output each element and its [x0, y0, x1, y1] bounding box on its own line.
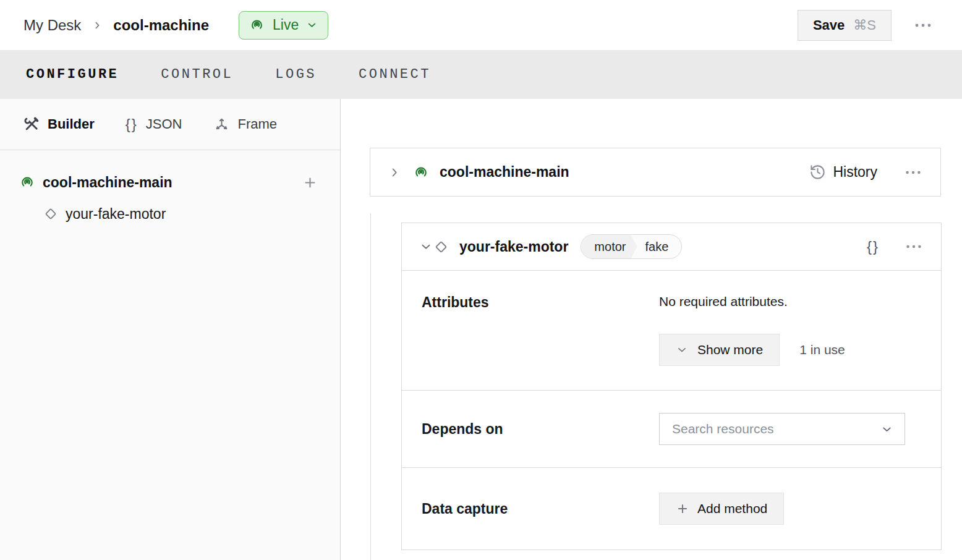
machine-card-expand-button[interactable] — [388, 166, 401, 179]
chevron-down-icon — [306, 19, 318, 31]
plus-icon — [676, 502, 689, 515]
ellipsis-icon — [903, 165, 923, 180]
chevron-down-icon — [419, 240, 433, 253]
topbar-actions: Save ⌘S — [798, 10, 934, 41]
breadcrumb-parent-link[interactable]: My Desk — [23, 17, 81, 34]
config-main-panel: cool-machine-main History — [341, 99, 962, 560]
tree-guide-line — [370, 213, 371, 560]
tree-machine-label: cool-machine-main — [43, 174, 172, 191]
braces-icon: {} — [867, 238, 879, 255]
view-tab-frame[interactable]: Frame — [213, 116, 278, 133]
live-broadcast-icon — [249, 17, 265, 33]
tree-item-component[interactable]: your-fake-motor — [0, 198, 340, 229]
tab-connect[interactable]: CONNECT — [357, 63, 432, 86]
add-resource-button[interactable] — [302, 175, 318, 190]
chevron-right-icon — [388, 166, 401, 179]
component-overflow-menu-button[interactable] — [904, 239, 924, 254]
tab-configure[interactable]: CONFIGURE — [25, 63, 120, 86]
top-bar: My Desk cool-machine Live Save ⌘ — [0, 0, 962, 50]
tab-logs[interactable]: LOGS — [274, 63, 318, 86]
breadcrumb-current: cool-machine — [113, 17, 209, 34]
tree-component-label: your-fake-motor — [66, 206, 166, 223]
config-sidebar: Builder {} JSON Frame — [0, 99, 341, 560]
tree-item-machine-part[interactable]: cool-machine-main — [0, 166, 340, 198]
search-resources-input[interactable] — [672, 422, 880, 436]
content-area: Builder {} JSON Frame — [0, 99, 962, 560]
ellipsis-icon — [913, 18, 934, 33]
resource-tree: cool-machine-main your-fake-motor — [0, 150, 340, 229]
attributes-in-use-count: 1 in use — [799, 342, 845, 357]
history-label: History — [833, 164, 877, 180]
depends-on-section: Depends on — [402, 390, 941, 467]
view-tab-builder[interactable]: Builder — [23, 116, 95, 132]
chevron-down-icon — [676, 344, 688, 356]
show-more-button[interactable]: Show more — [659, 334, 780, 366]
breadcrumb-chevron-icon — [91, 19, 103, 32]
ellipsis-icon — [904, 239, 924, 254]
topbar-overflow-menu-button[interactable] — [913, 18, 934, 33]
save-label: Save — [813, 17, 845, 33]
machine-card-overflow-menu-button[interactable] — [903, 165, 923, 180]
add-method-label: Add method — [697, 501, 767, 516]
data-capture-label: Data capture — [422, 501, 659, 517]
main-nav-tabs: CONFIGURE CONTROL LOGS CONNECT — [0, 50, 962, 99]
braces-icon: {} — [126, 116, 138, 133]
add-method-button[interactable]: Add method — [659, 493, 784, 525]
attributes-empty-message: No required attributes. — [659, 294, 924, 309]
frame-axes-icon — [213, 116, 230, 133]
machine-broadcast-icon — [19, 174, 36, 191]
tab-control[interactable]: CONTROL — [160, 63, 234, 86]
attributes-section: Attributes No required attributes. Show … — [402, 270, 941, 390]
plus-icon — [302, 175, 318, 190]
machine-broadcast-icon — [412, 164, 430, 181]
diamond-icon — [43, 206, 59, 222]
save-button[interactable]: Save ⌘S — [798, 10, 892, 41]
view-tab-json[interactable]: {} JSON — [126, 116, 182, 133]
component-card: your-fake-motor motor fake {} — [401, 223, 942, 550]
machine-card-title: cool-machine-main — [440, 164, 569, 180]
view-json-button[interactable]: {} — [867, 238, 879, 255]
attributes-label: Attributes — [422, 294, 659, 390]
save-shortcut: ⌘S — [853, 17, 876, 33]
live-label: Live — [273, 18, 299, 32]
component-type-model-tag: motor fake — [581, 234, 682, 259]
component-card-header: your-fake-motor motor fake {} — [402, 223, 941, 270]
json-tab-label: JSON — [146, 116, 182, 132]
history-button[interactable]: History — [809, 164, 877, 180]
builder-tab-label: Builder — [48, 116, 95, 132]
component-collapse-button[interactable] — [419, 240, 433, 253]
chevron-down-icon — [880, 423, 893, 436]
data-capture-section: Data capture Add method — [402, 467, 941, 549]
type-tag: motor — [581, 235, 637, 258]
builder-tools-icon — [23, 116, 40, 132]
frame-tab-label: Frame — [238, 116, 278, 132]
machine-part-card: cool-machine-main History — [370, 148, 941, 197]
depends-on-select[interactable] — [659, 413, 905, 445]
app-window: My Desk cool-machine Live Save ⌘ — [0, 0, 962, 560]
show-more-label: Show more — [697, 342, 763, 357]
config-view-tabs: Builder {} JSON Frame — [0, 99, 340, 150]
model-tag: fake — [637, 235, 681, 258]
diamond-icon — [433, 239, 449, 255]
machine-status-dropdown[interactable]: Live — [239, 11, 328, 40]
breadcrumb: My Desk cool-machine — [23, 17, 209, 34]
history-clock-icon — [809, 164, 826, 180]
depends-on-label: Depends on — [422, 421, 659, 438]
component-card-title: your-fake-motor — [459, 239, 568, 255]
